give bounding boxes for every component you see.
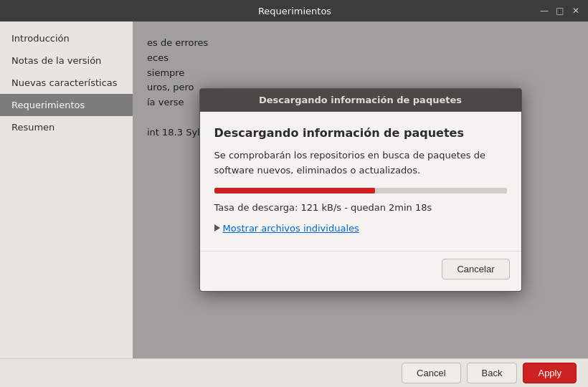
modal-overlay: Descargando información de paquetes Desc…: [133, 22, 588, 358]
sidebar: Introducción Notas de la versión Nuevas …: [0, 22, 133, 358]
content-area: es de errores eces siempre uros, pero ía…: [133, 22, 588, 358]
sidebar-item-introduccion[interactable]: Introducción: [0, 27, 133, 49]
progress-bar-fill: [214, 188, 375, 194]
download-dialog: Descargando información de paquetes Desc…: [199, 88, 522, 291]
back-button[interactable]: Back: [467, 363, 518, 383]
bottom-bar: Cancel Back Apply: [0, 358, 588, 387]
modal-cancel-button[interactable]: Cancelar: [442, 259, 509, 280]
show-files-row: Mostrar archivos individuales: [214, 223, 507, 234]
show-files-link[interactable]: Mostrar archivos individuales: [223, 223, 359, 234]
sidebar-item-resumen[interactable]: Resumen: [0, 116, 133, 138]
minimize-button[interactable]: —: [539, 6, 549, 16]
apply-button[interactable]: Apply: [523, 363, 577, 383]
main-layout: Introducción Notas de la versión Nuevas …: [0, 22, 588, 358]
triangle-icon: [214, 224, 220, 231]
maximize-button[interactable]: □: [555, 6, 565, 16]
modal-description: Se comprobarán los repositorios en busca…: [214, 148, 507, 177]
close-button[interactable]: ✕: [571, 6, 581, 16]
sidebar-item-nuevas[interactable]: Nuevas características: [0, 72, 133, 94]
modal-title: Descargando información de paquetes: [214, 126, 507, 140]
download-rate: Tasa de descarga: 121 kB/s - quedan 2min…: [214, 202, 507, 213]
progress-bar-container: [214, 188, 507, 194]
modal-header: Descargando información de paquetes: [200, 89, 521, 112]
window-title: Requerimientos: [50, 6, 539, 16]
cancel-button[interactable]: Cancel: [402, 363, 460, 383]
sidebar-item-requerimientos[interactable]: Requerimientos: [0, 94, 133, 116]
modal-footer: Cancelar: [200, 251, 521, 291]
sidebar-item-notas[interactable]: Notas de la versión: [0, 49, 133, 72]
window-controls: — □ ✕: [539, 6, 581, 16]
modal-body: Descargando información de paquetes Se c…: [200, 112, 521, 250]
title-bar: Requerimientos — □ ✕: [0, 0, 588, 22]
